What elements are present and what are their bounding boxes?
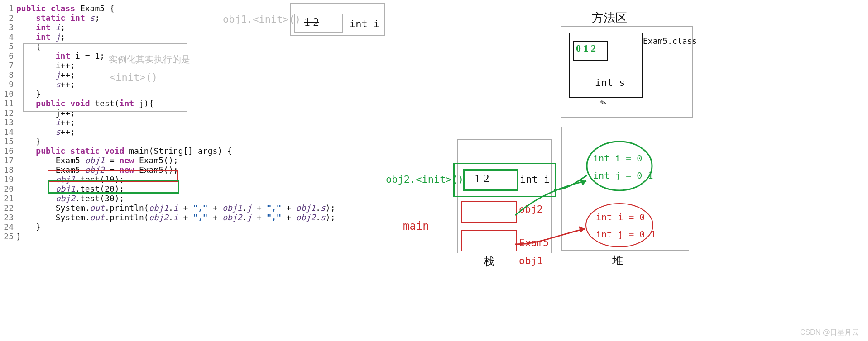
- line-source: Exam5 obj1 = new Exam5();: [16, 156, 178, 165]
- line-number: 12: [0, 108, 16, 118]
- code-line: 1public class Exam5 {: [0, 4, 336, 13]
- line-source: static int s;: [16, 13, 100, 23]
- watermark: CSDN @日星月云: [800, 328, 859, 337]
- obj2-int-i-box: [463, 169, 518, 191]
- code-editor: 1public class Exam5 {2 static int s;3 in…: [0, 4, 336, 241]
- code-line: 17 Exam5 obj1 = new Exam5();: [0, 156, 336, 165]
- code-line: 25}: [0, 232, 336, 241]
- obj1-init-label: obj1.<init>(): [223, 14, 301, 25]
- heap-obj2-int-i: int i = 0: [593, 153, 642, 164]
- stack-obj2-slot: [461, 201, 517, 223]
- stack-title: 栈: [484, 254, 494, 269]
- line-number: 9: [0, 80, 16, 89]
- line-source: s++;: [16, 127, 75, 137]
- line-source: public class Exam5 {: [16, 4, 115, 13]
- line-number: 10: [0, 89, 16, 99]
- line-number: 20: [0, 184, 16, 194]
- code-line: 23 System.out.println(obj2.i + "," + obj…: [0, 213, 336, 222]
- code-line: 15 }: [0, 137, 336, 146]
- line-number: 8: [0, 70, 16, 80]
- method-area-scratch: 0 1 2: [576, 43, 596, 54]
- line-number: 15: [0, 137, 16, 146]
- line-number: 17: [0, 156, 16, 165]
- line-source: }: [16, 137, 41, 146]
- exam5-class-label: Exam5.class: [643, 36, 697, 46]
- code-line: 22 System.out.println(obj1.i + "," + obj…: [0, 203, 336, 213]
- line-number: 1: [0, 4, 16, 13]
- code-line: 4 int j;: [0, 32, 336, 42]
- heap-obj1-int-i: int i = 0: [596, 212, 645, 223]
- line-number: 18: [0, 165, 16, 175]
- heap-obj1-int-j: int j = 0 1: [596, 229, 656, 240]
- line-number: 5: [0, 42, 16, 51]
- line-source: System.out.println(obj2.i + "," + obj2.j…: [16, 213, 336, 222]
- stack-obj1-slot: [461, 230, 517, 251]
- line-source: obj2.test(30);: [16, 194, 124, 203]
- line-source: i++;: [16, 118, 75, 127]
- line-source: System.out.println(obj1.i + "," + obj1.j…: [16, 203, 336, 213]
- line-number: 7: [0, 61, 16, 70]
- stack-exam5-label: Exam5: [519, 237, 549, 248]
- obj1-scratch: 1 2: [304, 15, 319, 29]
- line-number: 19: [0, 175, 16, 184]
- method-area-title: 方法区: [592, 10, 627, 26]
- line-number: 4: [0, 32, 16, 42]
- code-line: 24 }: [0, 222, 336, 232]
- heap-title: 堆: [612, 253, 623, 268]
- line-source: public static void main(String[] args) {: [16, 146, 232, 156]
- line-number: 22: [0, 203, 16, 213]
- line-number: 6: [0, 51, 16, 61]
- line-number: 11: [0, 99, 16, 108]
- line-source: int j;: [16, 32, 65, 42]
- line-number: 23: [0, 213, 16, 222]
- diagram-root: 1public class Exam5 {2 static int s;3 in…: [0, 0, 868, 341]
- code-line: 16 public static void main(String[] args…: [0, 146, 336, 156]
- line-number: 14: [0, 127, 16, 137]
- line-number: 21: [0, 194, 16, 203]
- obj2-new-box: [48, 180, 179, 194]
- heap-obj2-int-j: int j = 0 1: [593, 170, 653, 181]
- line-source: }: [16, 222, 41, 232]
- obj2-init-label: obj2.<init>(): [386, 174, 464, 185]
- grey-hint-line1: 实例化其实执行的是: [109, 53, 190, 66]
- line-number: 24: [0, 222, 16, 232]
- code-line: 14 s++;: [0, 127, 336, 137]
- obj1-int-i-label: int i: [350, 18, 379, 29]
- line-number: 2: [0, 13, 16, 23]
- method-area-int-s: int s: [595, 77, 625, 88]
- stack-obj2-label: obj2: [519, 204, 543, 215]
- line-number: 16: [0, 146, 16, 156]
- line-number: 3: [0, 23, 16, 32]
- stack-obj1-label: obj1: [519, 255, 543, 266]
- line-number: 13: [0, 118, 16, 127]
- main-label: main: [403, 220, 429, 232]
- code-line: 13 i++;: [0, 118, 336, 127]
- obj2-scratch: 1 2: [475, 172, 489, 185]
- line-source: }: [16, 232, 21, 241]
- obj2-int-i-label: int i: [520, 174, 550, 185]
- code-line: 21 obj2.test(30);: [0, 194, 336, 203]
- grey-hint-line2: <init>(): [110, 71, 158, 83]
- line-source: int i;: [16, 23, 65, 32]
- line-number: 25: [0, 232, 16, 241]
